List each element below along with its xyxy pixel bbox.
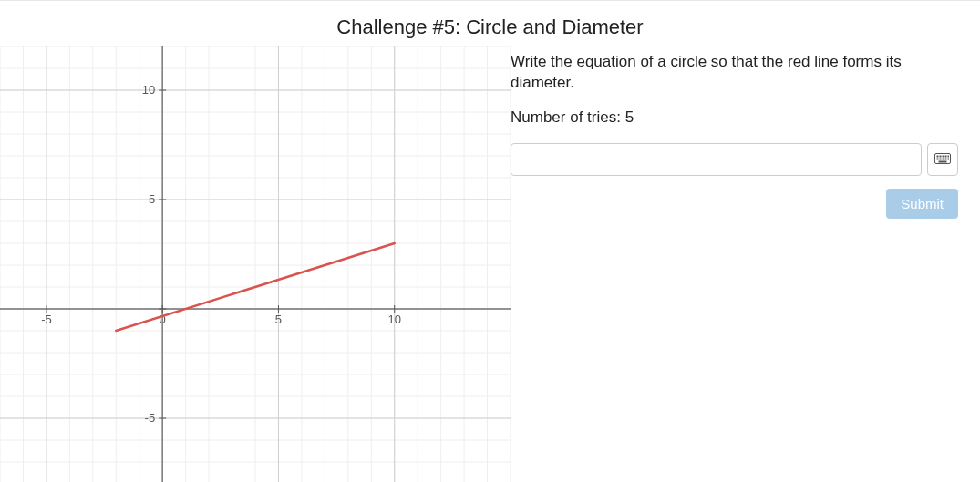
svg-rect-67 (948, 155, 950, 157)
svg-rect-73 (939, 160, 947, 162)
x-tick-label: 10 (387, 313, 400, 326)
chart-area[interactable]: -50510-5510 (0, 46, 511, 482)
prompt-text: Write the equation of a circle so that t… (511, 52, 958, 94)
y-tick-label: 10 (142, 83, 155, 97)
svg-rect-66 (945, 155, 947, 157)
submit-button[interactable]: Submit (886, 189, 958, 219)
page-title: Challenge #5: Circle and Diameter (0, 15, 980, 39)
math-keyboard-button[interactable] (927, 143, 958, 176)
submit-row: Submit (511, 189, 958, 219)
question-panel: Write the equation of a circle so that t… (511, 46, 980, 219)
answer-row (511, 143, 958, 176)
y-tick-label: 5 (149, 192, 155, 206)
svg-rect-72 (948, 158, 950, 159)
svg-rect-70 (943, 158, 944, 159)
svg-rect-64 (940, 155, 942, 157)
coordinate-plane[interactable]: -50510-5510 (0, 46, 511, 482)
svg-rect-68 (937, 158, 939, 159)
content-row: -50510-5510 Write the equation of a circ… (0, 46, 980, 482)
keyboard-icon (934, 153, 951, 166)
tries-row: Number of tries: 5 (511, 108, 958, 127)
x-tick-label: 5 (275, 313, 282, 326)
y-tick-label: -5 (145, 411, 156, 425)
svg-rect-65 (943, 155, 944, 157)
svg-rect-63 (937, 155, 939, 157)
tries-label: Number of tries: (511, 108, 625, 126)
svg-rect-71 (945, 158, 947, 159)
tries-value: 5 (625, 108, 634, 126)
answer-input[interactable] (511, 143, 922, 176)
svg-rect-69 (940, 158, 942, 159)
x-tick-label: -5 (41, 313, 52, 326)
page-root: Challenge #5: Circle and Diameter -50510… (0, 0, 980, 482)
